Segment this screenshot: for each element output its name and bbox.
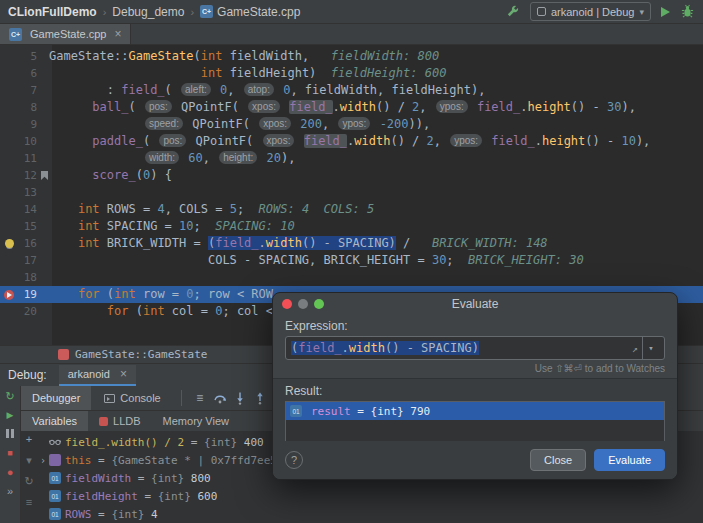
editor-tab-gamestate[interactable]: GameState.cpp ×: [0, 24, 131, 44]
code-line[interactable]: 10 paddle_( pos: QPointF( xpos: field_.w…: [0, 133, 703, 150]
tab-lldb-label: LLDB: [113, 415, 141, 427]
evaluate-dialog: Evaluate Expression: (field_.width() - S…: [272, 292, 678, 480]
code-segment: 60: [188, 151, 202, 165]
code-line[interactable]: 5GameState::GameState(int fieldWidth, fi…: [0, 48, 703, 65]
zoom-window-button[interactable]: [314, 299, 324, 309]
code-line[interactable]: 18: [0, 269, 703, 286]
current-method-breadcrumb[interactable]: GameState::GameState: [75, 348, 207, 361]
code-segment: (: [128, 304, 142, 318]
more-options-icon[interactable]: »: [7, 485, 13, 497]
evaluate-button[interactable]: Evaluate: [594, 449, 665, 471]
tab-console[interactable]: Console: [93, 386, 171, 410]
expression-text[interactable]: (field_.width() - SPACING): [291, 341, 632, 355]
expression-dropdown-button[interactable]: ▾: [642, 337, 659, 359]
tab-debugger-label: Debugger: [32, 392, 80, 404]
debug-control-stripe: ↻ ▶ ■ ● »: [0, 386, 21, 523]
code-line[interactable]: 17 COLS - SPACING, BRICK_HEIGHT = 30; BR…: [0, 252, 703, 269]
run-button[interactable]: [661, 7, 670, 17]
debug-button[interactable]: [680, 4, 695, 19]
code-segment: field_: [477, 100, 520, 114]
code-segment: [470, 100, 477, 114]
build-wrench-icon[interactable]: [505, 4, 520, 19]
code-line[interactable]: 6 int fieldHeight) fieldHeight: 600: [0, 65, 703, 82]
close-session-icon[interactable]: ×: [120, 369, 127, 379]
code-text: int SPACING = 10; SPACING: 10: [49, 218, 703, 235]
gutter-space: [0, 303, 18, 320]
code-line[interactable]: 14 int ROWS = 4, COLS = 5; ROWS: 4 COLS:…: [0, 201, 703, 218]
tab-debugger[interactable]: Debugger: [21, 386, 91, 410]
code-segment: ; row < ROW: [194, 287, 273, 301]
close-tab-icon[interactable]: ×: [114, 29, 121, 39]
variable-row[interactable]: fieldHeight = {int} 600: [37, 487, 703, 505]
var-icon: [49, 508, 61, 520]
code-line[interactable]: 15 int SPACING = 10; SPACING: 10: [0, 218, 703, 235]
step-over-icon[interactable]: [211, 389, 229, 407]
code-line[interactable]: 11 width: 60, height: 20),: [0, 150, 703, 167]
equals-sign: =: [184, 436, 204, 449]
tab-lldb[interactable]: LLDB: [88, 411, 152, 431]
code-segment: SPACING: 10: [201, 219, 295, 233]
code-segment: ;: [446, 253, 453, 267]
rerun-icon[interactable]: ↻: [5, 390, 14, 402]
tab-memory-view[interactable]: Memory View: [152, 411, 240, 431]
refresh-icon[interactable]: ↻: [24, 476, 33, 487]
add-watch-icon[interactable]: +: [26, 434, 32, 445]
code-text: GameState::GameState(int fieldWidth, fie…: [49, 48, 703, 65]
intention-bulb-icon[interactable]: [0, 235, 18, 252]
stop-icon[interactable]: ■: [7, 447, 12, 459]
debug-session-tab[interactable]: arkanoid ×: [59, 365, 136, 386]
code-text: paddle_( pos: QPointF( xpos: field_.widt…: [49, 133, 703, 150]
pause-icon[interactable]: [6, 428, 14, 440]
fold-column: [40, 252, 49, 269]
view-breakpoints-icon[interactable]: ●: [7, 466, 14, 478]
window-controls: [282, 299, 324, 309]
help-button[interactable]: ?: [285, 451, 303, 469]
run-configuration-select[interactable]: arkanoid | Debug ▾: [530, 2, 651, 21]
breakpoint-icon[interactable]: [0, 286, 18, 303]
watches-toolbar: + ▾ ↻ ≡: [21, 431, 37, 523]
close-window-button[interactable]: [282, 299, 292, 309]
expression-combobox[interactable]: (field_.width() - SPACING) ↗ ▾: [285, 336, 665, 360]
close-button[interactable]: Close: [530, 449, 586, 471]
menu-icon[interactable]: ≡: [26, 497, 32, 508]
dialog-titlebar[interactable]: Evaluate: [273, 293, 677, 315]
gutter-space: [0, 133, 18, 150]
code-segment: ),: [621, 100, 635, 114]
expand-icon[interactable]: ▾: [26, 455, 32, 466]
watches-hint: Use ⇧⌘⏎ to add to Watches: [285, 363, 665, 374]
breadcrumb-project[interactable]: CLionFullDemo: [8, 5, 97, 19]
code-segment: .: [333, 100, 340, 114]
dialog-footer: ? Close Evaluate: [273, 441, 677, 479]
console-icon: [104, 394, 115, 403]
gutter-space: [0, 65, 18, 82]
code-segment: paddle_: [92, 134, 143, 148]
show-execution-point-icon[interactable]: ≡: [191, 389, 209, 407]
breadcrumb-folder[interactable]: Debug_demo: [112, 5, 184, 19]
step-into-icon[interactable]: [231, 389, 249, 407]
line-number: 18: [18, 269, 40, 286]
tab-variables[interactable]: Variables: [21, 411, 88, 431]
expand-expression-icon[interactable]: ↗: [632, 343, 638, 354]
code-segment: ; col <: [222, 304, 273, 318]
minimize-window-button[interactable]: [298, 299, 308, 309]
step-out-icon[interactable]: [251, 389, 269, 407]
code-segment: ),: [281, 151, 295, 165]
code-segment: aleft:: [181, 83, 211, 96]
code-segment: pos:: [159, 134, 186, 147]
code-line[interactable]: 13: [0, 184, 703, 201]
expander-icon[interactable]: ›: [37, 455, 49, 466]
result-row[interactable]: result = {int} 790: [286, 402, 664, 420]
variable-row[interactable]: ROWS = {int} 4: [37, 505, 703, 523]
code-line[interactable]: 8 ball_( pos: QPointF( xpos: field_.widt…: [0, 99, 703, 116]
code-line[interactable]: 16 int BRICK_WIDTH = (field_.width() - S…: [0, 235, 703, 252]
code-segment: QPointF(: [188, 134, 260, 148]
code-line[interactable]: 12 score_(0) {: [0, 167, 703, 184]
line-number: 17: [18, 252, 40, 269]
code-segment: 2: [427, 134, 434, 148]
resume-icon[interactable]: ▶: [7, 409, 14, 421]
code-segment: ,: [227, 83, 241, 97]
breadcrumb-file[interactable]: GameState.cpp: [217, 5, 300, 19]
code-line[interactable]: 7 : field_( aleft: 0, atop: 0, fieldWidt…: [0, 82, 703, 99]
code-line[interactable]: 9 speed: QPointF( xpos: 200, ypos: -200)…: [0, 116, 703, 133]
code-segment: [49, 168, 92, 182]
